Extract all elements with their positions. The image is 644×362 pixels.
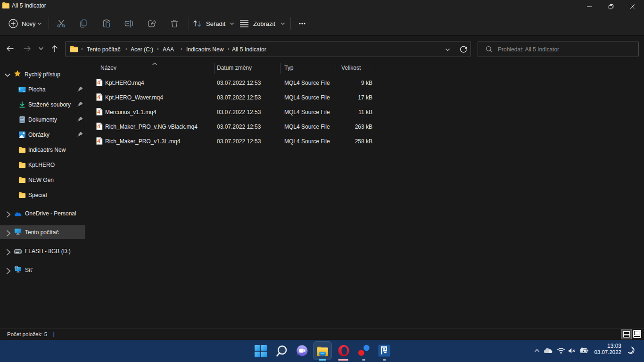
svg-text:4: 4 [97,109,100,115]
svg-text:4: 4 [97,123,100,129]
svg-text:4: 4 [97,80,100,85]
svg-text:4: 4 [97,94,100,100]
svg-text:4: 4 [97,138,100,144]
